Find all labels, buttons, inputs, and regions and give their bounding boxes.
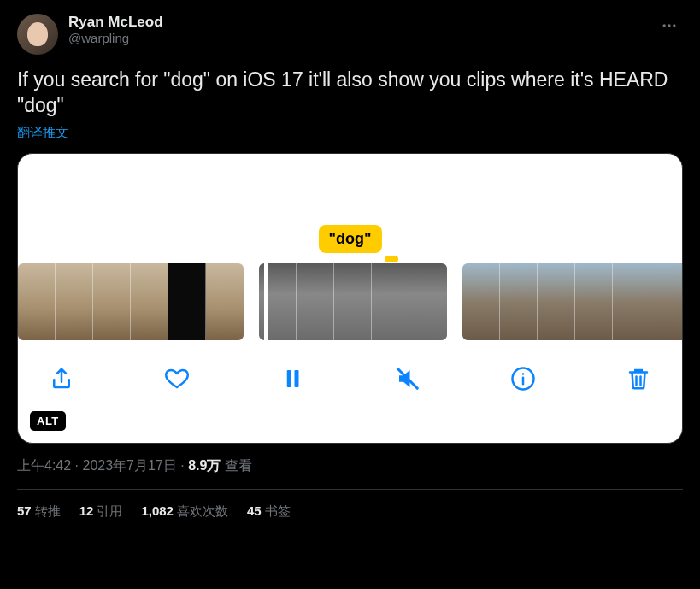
clip-frame xyxy=(168,263,206,340)
mute-button[interactable] xyxy=(393,364,422,393)
bookmarks-stat[interactable]: 45书签 xyxy=(247,504,291,520)
search-highlight-label: "dog" xyxy=(318,225,381,253)
playhead-marker xyxy=(385,256,398,262)
svg-rect-4 xyxy=(295,370,299,387)
display-name: Ryan McLeod xyxy=(68,14,656,31)
author-names[interactable]: Ryan McLeod @warpling xyxy=(68,14,656,45)
clip-frame xyxy=(56,263,93,340)
alt-badge[interactable]: ALT xyxy=(30,411,66,431)
retweets-stat[interactable]: 57转推 xyxy=(17,504,61,520)
clip-frame xyxy=(18,263,56,340)
avatar[interactable] xyxy=(17,14,58,55)
svg-rect-3 xyxy=(287,370,291,387)
clip-frame xyxy=(409,263,447,340)
clip-frame xyxy=(500,263,538,340)
info-icon xyxy=(510,366,536,392)
clip-frame xyxy=(462,263,500,340)
clip-frame xyxy=(575,263,613,340)
clip-frame xyxy=(297,263,334,340)
more-icon xyxy=(661,17,678,34)
pause-button[interactable] xyxy=(278,364,307,393)
mute-icon xyxy=(395,366,421,392)
svg-point-2 xyxy=(673,24,675,27)
heart-icon xyxy=(164,366,190,392)
delete-button[interactable] xyxy=(624,364,653,393)
clip-frame xyxy=(334,263,372,340)
pause-icon xyxy=(279,366,305,392)
like-button[interactable] xyxy=(162,364,191,393)
translate-link[interactable]: 翻译推文 xyxy=(17,125,683,141)
clip-frame xyxy=(613,263,650,340)
tweet-text: If you search for "dog" on iOS 17 it'll … xyxy=(17,67,683,118)
clip-group[interactable] xyxy=(18,263,244,340)
media-toolbar xyxy=(18,340,682,393)
tweet-time[interactable]: 上午4:42 xyxy=(17,458,71,473)
tweet-card: Ryan McLeod @warpling If you search for … xyxy=(0,0,700,533)
svg-point-8 xyxy=(522,373,525,375)
engagement-stats: 57转推 12引用 1,082喜欢次数 45书签 xyxy=(17,490,683,533)
media-attachment[interactable]: "dog" xyxy=(17,153,683,444)
share-button[interactable] xyxy=(47,364,76,393)
tweet-date[interactable]: 2023年7月17日 xyxy=(82,458,176,473)
clip-frame xyxy=(93,263,131,340)
more-button[interactable] xyxy=(656,14,683,42)
media-preview-top: "dog" xyxy=(18,154,682,263)
tweet-meta: 上午4:42 · 2023年7月17日 · 8.9万 查看 xyxy=(17,457,683,475)
clip-frame xyxy=(372,263,409,340)
clip-frame xyxy=(538,263,575,340)
svg-point-1 xyxy=(668,24,670,27)
video-timeline[interactable] xyxy=(18,263,682,340)
tweet-header: Ryan McLeod @warpling xyxy=(17,14,683,55)
clip-frame xyxy=(259,263,297,340)
clip-frame xyxy=(131,263,168,340)
views-label: 查看 xyxy=(221,458,251,473)
clip-frame xyxy=(650,263,682,340)
share-icon xyxy=(49,366,74,392)
clip-frame xyxy=(206,263,244,340)
views-count: 8.9万 xyxy=(188,458,221,473)
quotes-stat[interactable]: 12引用 xyxy=(79,504,123,520)
clip-group-active[interactable] xyxy=(259,263,447,340)
clip-group[interactable] xyxy=(462,263,682,340)
likes-stat[interactable]: 1,082喜欢次数 xyxy=(141,504,228,520)
trash-icon xyxy=(626,366,651,392)
svg-point-0 xyxy=(663,24,666,27)
handle: @warpling xyxy=(68,31,656,45)
info-button[interactable] xyxy=(509,364,538,393)
